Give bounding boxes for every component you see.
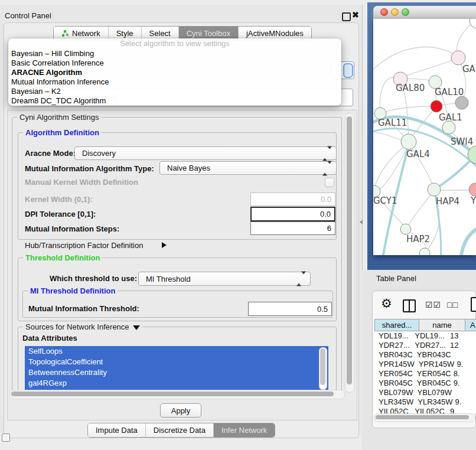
cell-value	[452, 388, 476, 397]
table-row[interactable]: YDL19... YDL19... 13	[374, 331, 476, 341]
combo-stepper-icon	[322, 149, 332, 158]
settings-horizontal-scrollbar-thumb[interactable]	[11, 392, 334, 396]
attribute-list-item[interactable]: gal4RGexp	[25, 378, 328, 389]
splitter-collapse-icon[interactable]	[360, 220, 363, 224]
menu-item-bayesian-k2[interactable]: Bayesian – K2	[8, 87, 341, 96]
table-row[interactable]: YLR345W YLR345W 9.	[374, 397, 476, 407]
tab-impute-data[interactable]: Impute Data	[88, 423, 145, 437]
network-node[interactable]	[470, 19, 476, 28]
manual-kernel-checkbox[interactable]	[325, 178, 334, 187]
deselect-all-checkboxes-icon[interactable]: □□	[447, 300, 458, 309]
document-icon[interactable]	[471, 297, 476, 312]
tab-infer-network[interactable]: Infer Network	[213, 423, 275, 437]
table-row[interactable]: YBL079W YBL079W	[374, 388, 476, 397]
cell-shared-name: YDR27...	[374, 341, 410, 350]
zoom-window-icon[interactable]	[402, 8, 409, 16]
cell-value: 8.	[451, 369, 476, 379]
cell-value: 9.	[453, 397, 476, 407]
select-all-checkboxes-icon[interactable]: ☑☑	[425, 300, 441, 309]
aracne-mode-value: Discovery	[82, 149, 116, 158]
table-row[interactable]: YPR145W YPR145W 9.	[374, 360, 476, 369]
network-node-swi4[interactable]	[442, 121, 455, 134]
close-icon[interactable]: ✖	[352, 10, 359, 19]
cell-value: 9.	[448, 407, 476, 413]
table-row[interactable]: YBR043C YBR043C	[374, 350, 476, 360]
which-threshold-value: MI Threshold	[146, 275, 191, 283]
table-row[interactable]: YIL052C YIL052C 9.	[374, 407, 476, 413]
cell-name: YDL19...	[410, 331, 448, 341]
node-label: Y	[470, 195, 476, 206]
cell-value: 9.	[451, 379, 476, 388]
column-header-name[interactable]: name	[419, 319, 465, 331]
which-threshold-combobox[interactable]: MI Threshold	[138, 272, 311, 286]
menu-item-mutual-information[interactable]: Mutual Information Inference	[8, 77, 341, 87]
dpi-tolerance-field[interactable]: 0.0	[250, 207, 335, 221]
mi-type-combobox[interactable]: Naive Bayes	[159, 161, 337, 175]
network-node-gal4[interactable]	[401, 134, 416, 149]
kernel-width-field[interactable]: 0.0	[250, 193, 335, 206]
mi-type-value: Naive Bayes	[167, 164, 210, 172]
split-panel-icon[interactable]	[403, 299, 416, 312]
group-title: Cyni Algorithm Settings	[17, 113, 101, 122]
table-row[interactable]: YDR27... YDR27... 12	[374, 341, 476, 350]
column-header-shared-name[interactable]: shared...	[374, 319, 419, 331]
dropdown-placeholder: Select algorithm to view settings	[8, 38, 341, 49]
expander-collapsed-icon[interactable]	[162, 242, 167, 248]
attribute-list-scrollbar-thumb[interactable]	[320, 348, 325, 385]
attribute-list-item[interactable]: SelfLoops	[25, 346, 328, 357]
table-panel-title: Table Panel	[376, 274, 416, 283]
expander-expanded-icon[interactable]	[133, 325, 140, 330]
mi-steps-field[interactable]: 6	[250, 221, 335, 235]
screen: Control Panel ✖ Network Style Select Cyn…	[0, 0, 476, 450]
network-canvas[interactable]: GAL2 GAL80 GAL10 GAL1 GAL11 SWI4 GAL4 GC…	[373, 19, 476, 255]
network-node-hap2[interactable]	[400, 224, 411, 234]
cell-name: YPR145W	[415, 360, 455, 369]
tab-label: Network	[72, 29, 100, 38]
tab-discretize-data[interactable]: Discretize Data	[145, 423, 213, 437]
column-header-partial[interactable]: A	[465, 319, 476, 331]
data-attributes-label: Data Attributes	[22, 333, 77, 344]
node-label: GAL1	[439, 112, 462, 123]
aracne-mode-combobox[interactable]: Discovery	[74, 146, 337, 160]
mi-threshold-field[interactable]: 0.5	[248, 302, 332, 316]
cell-value	[451, 350, 476, 360]
table-header: shared... name A	[374, 319, 476, 331]
threshold-definition-title: Threshold Definition	[23, 253, 102, 262]
float-window-icon[interactable]	[342, 12, 351, 21]
network-node[interactable]	[455, 96, 468, 109]
close-window-icon[interactable]	[380, 8, 388, 16]
mi-steps-label: Mutual Information Steps:	[25, 222, 119, 236]
network-node[interactable]	[469, 183, 476, 196]
resize-grip[interactable]	[2, 433, 10, 442]
network-tab-icon	[61, 30, 69, 37]
attribute-list-item[interactable]: BetweennessCentrality	[25, 367, 328, 378]
hub-definition-label[interactable]: Hub/Transcription Factor Definition	[25, 239, 143, 252]
attribute-list-item[interactable]: TopologicalCoefficient	[25, 357, 328, 367]
apply-button[interactable]: Apply	[160, 403, 201, 418]
table-row[interactable]: YER054C YER054C 8.	[374, 369, 476, 379]
network-node-gal1[interactable]	[431, 100, 442, 112]
cell-shared-name: YER054C	[374, 369, 413, 379]
menu-item-bayesian-hill-climbing[interactable]: Bayesian – Hill Climbing	[8, 49, 341, 58]
network-view-frame: GAL2 GAL80 GAL10 GAL1 GAL11 SWI4 GAL4 GC…	[367, 2, 476, 270]
combo-stepper-icon	[322, 164, 332, 172]
menu-item-basic-correlation[interactable]: Basic Correlation Inference	[8, 58, 341, 68]
network-node-hap4[interactable]	[428, 183, 441, 196]
mi-threshold-definition-title: MI Threshold Definition	[28, 286, 118, 295]
manual-kernel-label: Manual Kernel Width Definition	[25, 175, 138, 189]
mi-type-label: Mutual Information Algorithm Type:	[25, 162, 154, 175]
minimize-window-icon[interactable]	[391, 8, 399, 16]
network-node-gal2[interactable]	[451, 51, 465, 65]
menu-item-aracne[interactable]: ARACNE Algorithm	[8, 68, 341, 77]
cell-name: YLR345W	[413, 397, 452, 407]
menu-item-dream8[interactable]: Dream8 DC_TDC Algorithm	[8, 96, 341, 106]
table-row[interactable]: YBR045C YBR045C 9.	[374, 379, 476, 388]
cell-shared-name: YLR345W	[374, 397, 413, 407]
mi-threshold-label: Mutual Information Threshold:	[28, 302, 139, 316]
settings-vertical-scrollbar-thumb[interactable]	[347, 116, 352, 384]
network-window-titlebar[interactable]	[373, 6, 476, 19]
gear-icon[interactable]: ⚙	[381, 296, 392, 311]
network-node[interactable]	[419, 248, 430, 255]
sources-title[interactable]: Sources for Network Inference	[23, 322, 142, 331]
table-horizontal-scrollbar-thumb[interactable]	[376, 415, 469, 419]
